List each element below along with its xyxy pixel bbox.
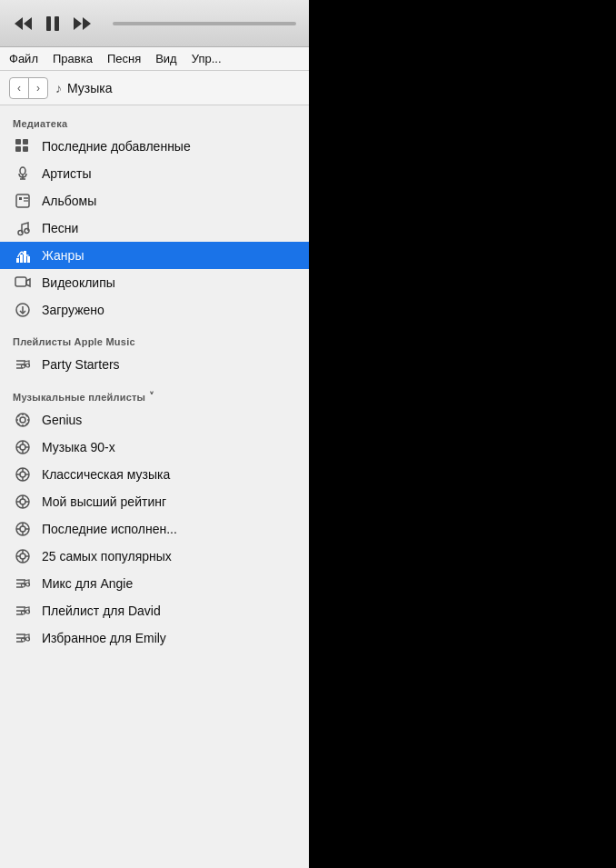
nav-title: ♪ Музыка bbox=[55, 81, 113, 95]
video-icon bbox=[13, 274, 33, 291]
svg-point-61 bbox=[20, 526, 25, 532]
svg-rect-19 bbox=[16, 258, 19, 263]
emily-fav-label: Избранное для Emily bbox=[42, 631, 296, 645]
svg-rect-9 bbox=[23, 146, 28, 152]
svg-point-49 bbox=[20, 472, 25, 477]
music-90s-label: Музыка 90-х bbox=[42, 440, 296, 454]
smart-playlist-icon-recent bbox=[13, 521, 33, 537]
playlist-icon bbox=[13, 356, 33, 373]
songs-label: Песни bbox=[42, 221, 296, 235]
menu-bar: Файл Правка Песня Вид Упр... bbox=[0, 47, 309, 71]
recent-artists-label: Последние исполнен... bbox=[42, 522, 296, 536]
svg-line-39 bbox=[26, 424, 27, 424]
menu-item-song[interactable]: Песня bbox=[107, 52, 141, 65]
david-playlist-label: Плейлист для David bbox=[42, 604, 296, 618]
svg-rect-8 bbox=[15, 146, 21, 152]
classical-label: Классическая музыка bbox=[42, 467, 296, 482]
pause-button[interactable] bbox=[45, 15, 60, 32]
sidebar-item-albums[interactable]: Альбомы bbox=[0, 187, 309, 215]
svg-rect-6 bbox=[15, 139, 21, 145]
menu-item-view[interactable]: Вид bbox=[155, 52, 177, 65]
albums-label: Альбомы bbox=[42, 194, 296, 208]
sidebar-item-angie-mix[interactable]: Микс для Angie bbox=[0, 570, 309, 597]
svg-point-10 bbox=[20, 167, 25, 175]
genius-icon bbox=[13, 412, 33, 428]
volume-slider[interactable] bbox=[113, 22, 296, 25]
user-playlist-icon-david bbox=[13, 603, 33, 619]
menu-item-controls[interactable]: Упр... bbox=[192, 52, 222, 65]
forward-nav-button[interactable]: › bbox=[29, 78, 47, 98]
svg-point-17 bbox=[18, 231, 23, 235]
svg-line-40 bbox=[26, 415, 27, 416]
svg-point-33 bbox=[20, 417, 25, 423]
videos-label: Видеоклипы bbox=[42, 275, 296, 290]
sidebar-item-recently-added[interactable]: Последние добавленные bbox=[0, 133, 309, 160]
recently-added-label: Последние добавленные bbox=[42, 139, 296, 154]
svg-marker-24 bbox=[26, 279, 30, 286]
svg-point-43 bbox=[20, 444, 25, 450]
sidebar-item-artists[interactable]: Артисты bbox=[0, 160, 309, 187]
library-section-header: Медиатека bbox=[0, 105, 309, 133]
sidebar-item-genres[interactable]: Жанры bbox=[0, 242, 309, 269]
svg-rect-3 bbox=[55, 16, 59, 31]
menu-item-edit[interactable]: Правка bbox=[53, 52, 93, 65]
user-playlist-icon-emily bbox=[13, 630, 33, 646]
genres-icon bbox=[13, 247, 33, 264]
svg-rect-7 bbox=[23, 139, 28, 145]
genius-label: Genius bbox=[42, 413, 296, 427]
svg-rect-2 bbox=[46, 16, 51, 31]
album-icon bbox=[13, 193, 33, 209]
top-25-label: 25 самых популярных bbox=[42, 549, 296, 564]
user-playlist-icon-angie bbox=[13, 575, 33, 592]
music-playlists-label: Музыкальные плейлисты bbox=[13, 392, 145, 403]
angie-mix-label: Микс для Angie bbox=[42, 576, 296, 591]
smart-playlist-icon-classical bbox=[13, 466, 33, 483]
music-note-icon: ♪ bbox=[55, 81, 62, 95]
svg-marker-4 bbox=[74, 17, 82, 30]
sidebar-item-emily-fav[interactable]: Избранное для Emily bbox=[0, 624, 309, 652]
svg-line-41 bbox=[18, 424, 19, 424]
artists-label: Артисты bbox=[42, 166, 296, 181]
forward-button[interactable] bbox=[73, 15, 93, 32]
grid-icon bbox=[13, 138, 33, 155]
menu-item-file[interactable]: Файл bbox=[9, 52, 38, 65]
svg-point-18 bbox=[25, 229, 29, 234]
svg-point-55 bbox=[20, 499, 25, 504]
sidebar-item-videos[interactable]: Видеоклипы bbox=[0, 269, 309, 296]
download-icon bbox=[13, 302, 33, 318]
party-starters-label: Party Starters bbox=[42, 357, 296, 372]
svg-rect-14 bbox=[19, 197, 22, 200]
svg-marker-0 bbox=[15, 17, 23, 30]
smart-playlist-icon-top-rating bbox=[13, 494, 33, 510]
transport-bar bbox=[0, 0, 309, 47]
microphone-icon bbox=[13, 165, 33, 182]
sidebar-item-music-90s[interactable]: Музыка 90-х bbox=[0, 434, 309, 461]
smart-playlist-icon-top25 bbox=[13, 548, 33, 564]
apple-music-section-header: Плейлисты Apple Music bbox=[0, 324, 309, 351]
sidebar-item-downloaded[interactable]: Загружено bbox=[0, 296, 309, 324]
svg-rect-20 bbox=[20, 254, 23, 263]
downloaded-label: Загружено bbox=[42, 303, 296, 317]
sidebar-item-recent-artists[interactable]: Последние исполнен... bbox=[0, 515, 309, 543]
svg-rect-23 bbox=[15, 277, 26, 286]
svg-rect-21 bbox=[24, 251, 26, 263]
smart-playlist-icon-90s bbox=[13, 439, 33, 455]
svg-rect-22 bbox=[27, 256, 30, 263]
svg-line-38 bbox=[18, 415, 19, 416]
sidebar-item-party-starters[interactable]: Party Starters bbox=[0, 351, 309, 378]
music-playlists-section-header[interactable]: Музыкальные плейлисты ˅ bbox=[0, 378, 309, 406]
nav-bar: ‹ › ♪ Музыка bbox=[0, 71, 309, 105]
svg-marker-5 bbox=[83, 17, 91, 30]
back-button[interactable]: ‹ bbox=[10, 78, 29, 98]
sidebar-item-genius[interactable]: Genius bbox=[0, 406, 309, 434]
sidebar: Медиатека Последние добавленные bbox=[0, 105, 309, 868]
nav-arrows: ‹ › bbox=[9, 77, 48, 99]
rewind-button[interactable] bbox=[13, 15, 33, 32]
sidebar-item-songs[interactable]: Песни bbox=[0, 215, 309, 242]
sidebar-item-classical[interactable]: Классическая музыка bbox=[0, 461, 309, 488]
nav-title-label: Музыка bbox=[67, 81, 113, 95]
sidebar-item-david-playlist[interactable]: Плейлист для David bbox=[0, 597, 309, 624]
genres-label: Жанры bbox=[42, 248, 296, 263]
sidebar-item-top-25[interactable]: 25 самых популярных bbox=[0, 543, 309, 570]
sidebar-item-top-rating[interactable]: Мой высший рейтинг bbox=[0, 488, 309, 515]
